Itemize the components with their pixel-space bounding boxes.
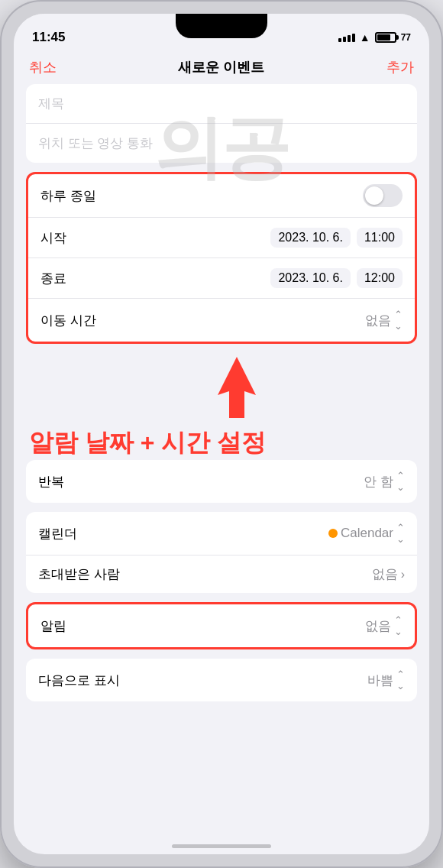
annotation-container: 알람 날짜 + 시간 설정 [26,428,417,457]
repeat-label: 반복 [38,473,64,491]
status-icons: ▲ 77 [338,31,411,44]
arrow-up-icon [202,353,271,422]
title-placeholder: 제목 [38,96,64,111]
repeat-value: 안 함 ⌃⌄ [364,470,405,493]
alert-chevron: ⌃⌄ [394,614,403,637]
nav-bar: 취소 새로운 이벤트 추가 [14,52,429,84]
status-bar: 11:45 ▲ 77 [14,14,429,52]
travel-value: 없음 ⌃⌄ [365,309,403,332]
alert-value: 없음 ⌃⌄ [365,614,403,637]
show-as-value: 바쁨 ⌃⌄ [367,669,405,691]
battery-icon [375,32,396,43]
alert-row[interactable]: 알림 없음 ⌃⌄ [28,604,415,647]
phone-screen: 11:45 ▲ 77 취소 새로운 이벤트 추가 [14,14,429,854]
status-time: 11:45 [32,30,65,45]
signal-bars-icon [338,34,355,42]
content-area: 제목 위치 또는 영상 통화 의공 하루 종일 [14,84,429,848]
all-day-label: 하루 종일 [40,187,96,205]
location-placeholder: 위치 또는 영상 통화 [38,136,153,151]
calendar-color-dot [328,529,338,538]
invitee-chevron: › [401,568,405,581]
travel-row[interactable]: 이동 시간 없음 ⌃⌄ [28,299,415,342]
alert-label: 알림 [40,617,66,635]
invitee-row[interactable]: 초대받은 사람 없음 › [26,555,417,593]
annotation-text: 알람 날짜 + 시간 설정 [29,429,266,456]
calendar-label: 캘린더 [38,525,77,542]
start-date: 2023. 10. 6. [270,228,351,248]
arrow-annotation-container [57,353,417,422]
end-values: 2023. 10. 6. 12:00 [270,268,403,288]
repeat-chevron: ⌃⌄ [396,470,405,493]
end-date: 2023. 10. 6. [270,268,351,288]
show-as-row[interactable]: 다음으로 표시 바쁨 ⌃⌄ [26,659,417,701]
location-field[interactable]: 위치 또는 영상 통화 [26,124,417,163]
notch [176,14,267,38]
battery-level: 77 [401,32,411,43]
show-as-label: 다음으로 표시 [38,672,120,689]
start-time: 11:00 [357,228,403,248]
start-values: 2023. 10. 6. 11:00 [270,228,403,248]
repeat-row[interactable]: 반복 안 함 ⌃⌄ [26,460,417,503]
page-title: 새로운 이벤트 [178,58,264,76]
start-label: 시작 [40,229,66,247]
start-row[interactable]: 시작 2023. 10. 6. 11:00 [28,218,415,258]
end-time: 12:00 [357,268,403,288]
travel-chevron: ⌃⌄ [394,309,403,332]
end-label: 종료 [40,270,66,287]
alert-section: 알림 없음 ⌃⌄ [26,602,417,649]
invitee-value: 없음 › [372,565,405,583]
all-day-row: 하루 종일 [28,174,415,218]
all-day-toggle[interactable] [363,184,403,207]
calendar-chevron: ⌃⌄ [396,522,405,545]
svg-marker-1 [218,357,256,418]
title-field[interactable]: 제목 [26,84,417,124]
invitee-label: 초대받은 사람 [38,565,120,583]
calendar-value: Calendar ⌃⌄ [328,522,405,545]
end-row[interactable]: 종료 2023. 10. 6. 12:00 [28,258,415,299]
show-as-chevron: ⌃⌄ [396,669,405,691]
cancel-button[interactable]: 취소 [29,58,57,76]
calendar-row[interactable]: 캘린더 Calendar ⌃⌄ [26,512,417,555]
calendar-section: 캘린더 Calendar ⌃⌄ 초대받은 사람 없음 › [26,512,417,593]
add-button[interactable]: 추가 [386,58,414,76]
input-section: 제목 위치 또는 영상 통화 [26,84,417,163]
home-indicator [172,844,271,848]
repeat-section: 반복 안 함 ⌃⌄ [26,460,417,503]
phone-frame: 11:45 ▲ 77 취소 새로운 이벤트 추가 [0,0,443,868]
show-as-section: 다음으로 표시 바쁨 ⌃⌄ [26,659,417,701]
travel-label: 이동 시간 [40,312,96,329]
wifi-icon: ▲ [360,31,370,44]
datetime-section: 하루 종일 시작 2023. 10. 6. 11:00 종료 [26,172,417,344]
